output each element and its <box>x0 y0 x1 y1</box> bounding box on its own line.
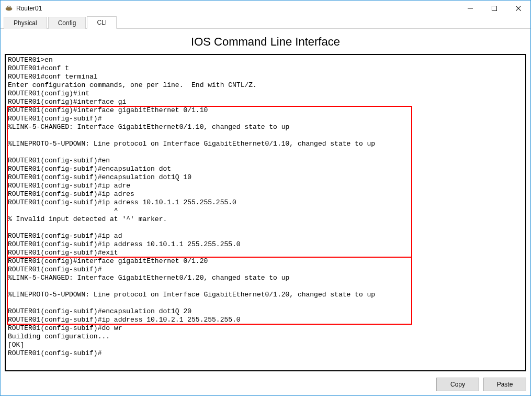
tab-cli[interactable]: CLI <box>87 16 117 29</box>
terminal-line: ROUTER01(config-subif)#ip adress 10.10.1… <box>8 198 522 207</box>
terminal-line: ROUTER01(config-subif)#en <box>8 157 522 165</box>
terminal-line: ROUTER01(config-subif)#encapsulation dot… <box>8 173 522 182</box>
terminal-line: ROUTER01(config)#interface gi <box>8 98 522 106</box>
maximize-button[interactable] <box>482 1 506 16</box>
window-controls <box>458 1 530 16</box>
cli-button-row: Copy Paste <box>5 371 526 391</box>
svg-point-0 <box>6 7 12 10</box>
terminal-line: ROUTER01(config-subif)# <box>8 115 522 123</box>
terminal-line: ROUTER01(config-subif)#ip adres <box>8 190 522 198</box>
terminal-output[interactable]: ROUTER01>enROUTER01#conf tROUTER01#conf … <box>6 55 525 370</box>
terminal-line: ROUTER01(config)#interface gigabitEthern… <box>8 257 522 266</box>
terminal-line: % Invalid input detected at '^' marker. <box>8 215 522 224</box>
tab-bar: Physical Config CLI <box>1 16 530 29</box>
terminal-line: %LINEPROTO-5-UPDOWN: Line protocol on In… <box>8 140 522 148</box>
terminal-line: ROUTER01#conf t <box>8 64 522 73</box>
tab-physical[interactable]: Physical <box>4 17 47 29</box>
terminal-line: ROUTER01(config-subif)#ip address 10.10.… <box>8 316 522 324</box>
terminal-line: %LINK-5-CHANGED: Interface GigabitEthern… <box>8 123 522 131</box>
terminal-line: Building configuration... <box>8 333 522 341</box>
app-window: Router01 Physical Config CLI IOS Command… <box>0 0 531 396</box>
terminal-line: %LINK-5-CHANGED: Interface GigabitEthern… <box>8 274 522 282</box>
paste-button[interactable]: Paste <box>483 378 526 391</box>
tab-config[interactable]: Config <box>48 17 86 29</box>
terminal-line <box>8 131 522 140</box>
cli-heading: IOS Command Line Interface <box>5 35 526 49</box>
titlebar[interactable]: Router01 <box>1 1 530 16</box>
terminal-line: ROUTER01(config-subif)#exit <box>8 249 522 257</box>
svg-rect-2 <box>492 6 497 11</box>
router-icon <box>5 4 13 13</box>
terminal-line <box>8 299 522 307</box>
terminal-line: ROUTER01(config)#interface gigabitEthern… <box>8 106 522 115</box>
terminal-line: ROUTER01(config-subif)#ip adre <box>8 182 522 190</box>
terminal-line: [OK] <box>8 341 522 349</box>
terminal-line: ROUTER01(config-subif)#encapsulation dot <box>8 165 522 173</box>
terminal-line: ROUTER01(config-subif)#encapsulation dot… <box>8 307 522 316</box>
terminal-line: ROUTER01(config-subif)# <box>8 349 522 358</box>
terminal-frame: ROUTER01>enROUTER01#conf tROUTER01#conf … <box>5 54 526 371</box>
content-area: IOS Command Line Interface ROUTER01>enRO… <box>1 29 530 395</box>
terminal-line: %LINEPROTO-5-UPDOWN: Line protocol on In… <box>8 291 522 299</box>
terminal-line <box>8 224 522 232</box>
terminal-line <box>8 148 522 157</box>
terminal-line: Enter configuration commands, one per li… <box>8 81 522 90</box>
terminal-line: ^ <box>8 207 522 215</box>
terminal-line: ROUTER01(config-subif)#ip ad <box>8 232 522 240</box>
terminal-line: ROUTER01(config-subif)# <box>8 266 522 274</box>
terminal-line: ROUTER01(config)#int <box>8 90 522 98</box>
close-button[interactable] <box>506 1 530 16</box>
minimize-button[interactable] <box>458 1 482 16</box>
terminal-line: ROUTER01>en <box>8 56 522 64</box>
terminal-line: ROUTER01(config-subif)#do wr <box>8 324 522 333</box>
window-title: Router01 <box>16 5 42 12</box>
terminal-line: ROUTER01#conf terminal <box>8 73 522 81</box>
terminal-line <box>8 282 522 291</box>
copy-button[interactable]: Copy <box>436 378 479 391</box>
terminal-line: ROUTER01(config-subif)#ip address 10.10.… <box>8 240 522 249</box>
